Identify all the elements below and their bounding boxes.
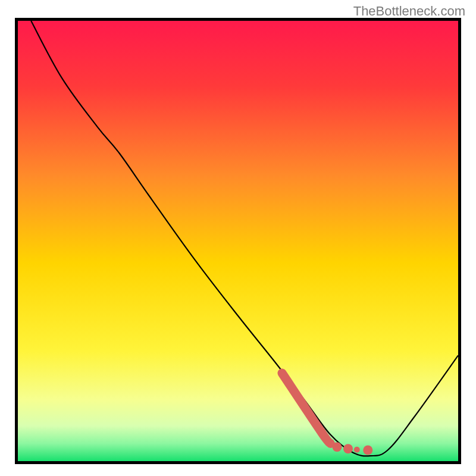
- sweet-spot-dot: [343, 444, 353, 453]
- sweet-spot-dot: [333, 442, 342, 452]
- gradient-background: [18, 21, 458, 461]
- sweet-spot-dot: [363, 446, 372, 455]
- plot-svg: [18, 21, 458, 461]
- attribution-text: TheBottleneck.com: [353, 4, 465, 19]
- chart-root: TheBottleneck.com: [0, 0, 476, 476]
- sweet-spot-dot: [354, 447, 360, 453]
